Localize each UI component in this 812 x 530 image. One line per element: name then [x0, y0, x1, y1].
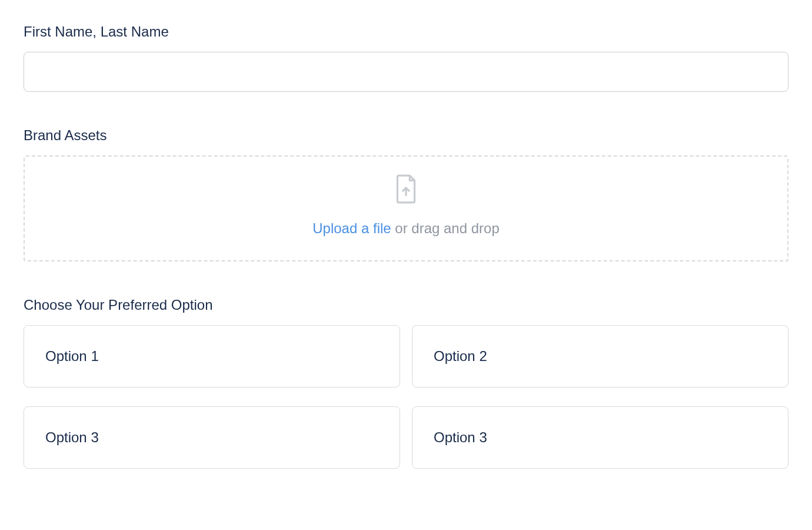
- option-card-1[interactable]: Option 1: [24, 325, 400, 387]
- name-input[interactable]: [24, 52, 788, 92]
- upload-file-link[interactable]: Upload a file: [312, 220, 391, 236]
- name-section: First Name, Last Name: [24, 24, 788, 92]
- file-dropzone[interactable]: Upload a file or drag and drop: [24, 155, 788, 261]
- option-card-4[interactable]: Option 3: [412, 406, 788, 469]
- brand-assets-section: Brand Assets Upload a file or drag and d…: [24, 127, 788, 261]
- name-label: First Name, Last Name: [24, 24, 788, 40]
- options-grid: Option 1 Option 2 Option 3 Option 3: [24, 325, 788, 469]
- option-card-2[interactable]: Option 2: [412, 325, 788, 387]
- preferred-option-section: Choose Your Preferred Option Option 1 Op…: [24, 297, 788, 469]
- dropzone-text: Upload a file or drag and drop: [312, 220, 500, 237]
- preferred-option-label: Choose Your Preferred Option: [24, 297, 788, 313]
- brand-assets-label: Brand Assets: [24, 127, 788, 144]
- option-card-3[interactable]: Option 3: [24, 406, 400, 469]
- file-upload-icon: [394, 174, 418, 204]
- dropzone-suffix: or drag and drop: [391, 220, 500, 236]
